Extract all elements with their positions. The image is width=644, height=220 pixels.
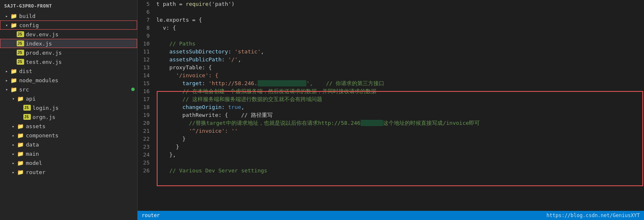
tree-item-login.js[interactable]: JSlogin.js [0, 103, 137, 112]
folder-icon: 📁 [17, 151, 24, 157]
tree-label: api [26, 96, 35, 102]
line-content: proxyTable: { [156, 63, 644, 71]
code-line-20: 20 //替换target中的请求地址，也就是说以后你在请求http://58.… [138, 119, 644, 127]
code-line-8: 8 v: { [138, 24, 644, 32]
code-line-25: 25 [138, 159, 644, 167]
line-content: //替换target中的请求地址，也就是说以后你在请求http://58.246… [156, 119, 644, 127]
folder-icon: 📁 [17, 142, 24, 148]
tree-label: model [26, 160, 42, 166]
code-line-5: 5t path = require('path') [138, 0, 644, 8]
js-icon: JS [17, 50, 24, 56]
editor-area: 5t path = require('path')6 7le.exports =… [138, 0, 644, 220]
line-number: 26 [138, 167, 156, 174]
sidebar: SAJT-G3PRO-FRONT ▸📁build▾📁configJSdev.en… [0, 0, 138, 220]
line-content: target: 'http://58.246.XXXXXXXXXXXXXXX',… [156, 79, 644, 87]
tree-item-api[interactable]: ▾📁api [0, 94, 137, 103]
status-right: https://blog.csdn.net/GeniusXYT [546, 212, 640, 218]
code-line-9: 9 [138, 32, 644, 40]
tree-label: test.env.js [26, 59, 62, 65]
tree-label: index.js [26, 40, 52, 47]
tree-label: login.js [33, 105, 59, 111]
line-number: 5 [138, 0, 156, 8]
tree-item-components[interactable]: ▸📁components [0, 131, 137, 140]
tree-item-data[interactable]: ▸📁data [0, 140, 137, 149]
line-content: t path = require('path') [156, 0, 644, 8]
tree-label: node_modules [19, 77, 58, 83]
tree-item-node_modules[interactable]: ▸📁node_modules [0, 76, 137, 85]
line-number: 17 [138, 95, 156, 103]
modified-dot [131, 88, 135, 91]
folder-icon: 📁 [10, 13, 18, 19]
line-number: 18 [138, 103, 156, 111]
tree-item-index.js[interactable]: JSindex.js [0, 39, 137, 48]
chevron-icon: ▸ [10, 170, 17, 174]
line-number: 10 [138, 40, 156, 48]
js-icon: JS [17, 31, 24, 37]
line-content [156, 32, 644, 40]
chevron-icon: ▸ [3, 78, 10, 83]
line-content: changeOrigin: true, [156, 103, 644, 111]
folder-icon: 📁 [10, 22, 18, 28]
js-icon: JS [17, 40, 24, 46]
line-number: 22 [138, 135, 156, 143]
code-line-22: 22 } [138, 135, 644, 143]
line-content: // 这样服务端和服务端进行数据的交互就不会有跨域问题 [156, 95, 644, 103]
sidebar-title: SAJT-G3PRO-FRONT [0, 0, 137, 11]
tree-item-orgn.js[interactable]: JSorgn.js [0, 112, 137, 121]
folder-icon: 📁 [10, 68, 18, 74]
line-content: }, [156, 151, 644, 159]
line-number: 12 [138, 56, 156, 63]
tree-item-model[interactable]: ▸📁model [0, 158, 137, 167]
code-line-17: 17 // 这样服务端和服务端进行数据的交互就不会有跨域问题 [138, 95, 644, 103]
js-icon: JS [17, 59, 24, 65]
js-icon: JS [23, 105, 31, 111]
code-line-26: 26 // Various Dev Server settings [138, 167, 644, 174]
line-content: // Various Dev Server settings [156, 167, 644, 174]
line-content: assetsPublicPath: '/', [156, 56, 644, 63]
tree-item-config[interactable]: ▾📁config [0, 20, 137, 30]
tree-item-build[interactable]: ▸📁build [0, 11, 137, 20]
code-line-24: 24 }, [138, 151, 644, 159]
chevron-icon: ▸ [10, 124, 17, 129]
line-number: 6 [138, 8, 156, 16]
tree-item-dist[interactable]: ▸📁dist [0, 66, 137, 76]
line-number: 20 [138, 119, 156, 127]
status-bar: router https://blog.csdn.net/GeniusXYT [138, 211, 644, 220]
tree-label: components [26, 132, 58, 139]
line-number: 25 [138, 159, 156, 167]
tree-label: prod.env.js [26, 50, 62, 56]
line-content: assetsSubDirectory: 'static', [156, 48, 644, 56]
js-icon: JS [23, 114, 31, 120]
chevron-icon: ▸ [10, 142, 17, 147]
tree-item-assets[interactable]: ▸📁assets [0, 121, 137, 131]
line-content: // Paths [156, 40, 644, 48]
tree-item-dev.env.js[interactable]: JSdev.env.js [0, 30, 137, 39]
code-line-21: 21 '^/invoice': '' [138, 127, 644, 135]
line-content: pathRewrite: { // 路径重写 [156, 111, 644, 119]
chevron-icon: ▸ [10, 161, 17, 165]
line-number: 23 [138, 143, 156, 151]
tree-label: dev.env.js [26, 31, 58, 38]
status-left: router [142, 212, 160, 218]
tree-label: assets [26, 123, 45, 129]
chevron-icon: ▾ [3, 23, 10, 28]
chevron-icon: ▸ [3, 14, 10, 18]
line-number: 8 [138, 24, 156, 32]
code-content: 5t path = require('path')6 7le.exports =… [138, 0, 644, 220]
tree-item-test.env.js[interactable]: JStest.env.js [0, 57, 137, 66]
tree-item-main[interactable]: ▸📁main [0, 149, 137, 158]
code-line-12: 12 assetsPublicPath: '/', [138, 56, 644, 63]
code-line-23: 23 } [138, 143, 644, 151]
tree-label: dist [19, 68, 32, 74]
chevron-icon: ▾ [10, 96, 17, 101]
tree-item-router[interactable]: ▸📁router [0, 167, 137, 177]
line-content [156, 159, 644, 167]
tree-item-src[interactable]: ▾📁src [0, 85, 137, 94]
line-number: 9 [138, 32, 156, 40]
code-line-13: 13 proxyTable: { [138, 63, 644, 71]
tree-item-prod.env.js[interactable]: JSprod.env.js [0, 48, 137, 57]
line-content: // 在本地会创建一个虚拟服务端，然后发送请求的数据，并同时接收请求的数据 [156, 87, 644, 95]
code-line-6: 6 [138, 8, 644, 16]
tree-label: data [26, 142, 39, 148]
code-line-7: 7le.exports = { [138, 16, 644, 24]
